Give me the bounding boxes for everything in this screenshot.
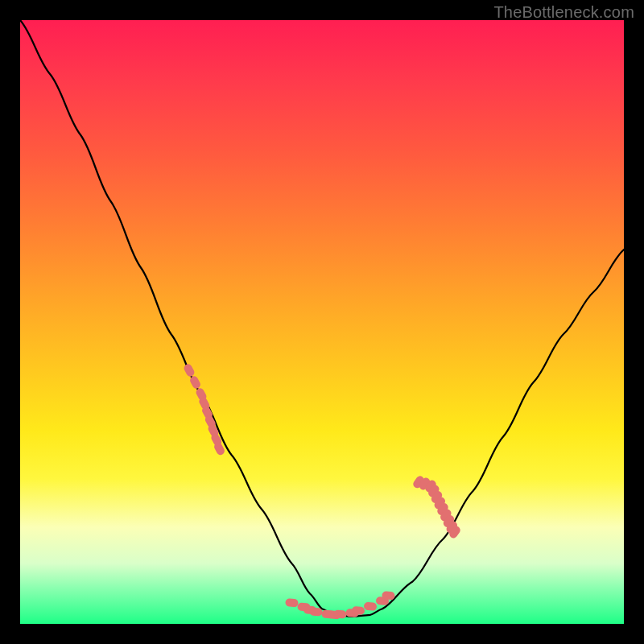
marker-cluster-right bbox=[411, 474, 461, 539]
marker-cluster-bottom bbox=[285, 591, 395, 619]
marker-cluster-left bbox=[183, 363, 226, 456]
marker-point bbox=[285, 598, 299, 607]
marker-point bbox=[183, 363, 196, 378]
curve-layer bbox=[20, 20, 624, 624]
bottleneck-curve bbox=[20, 20, 624, 617]
watermark-text: TheBottleneck.com bbox=[493, 3, 634, 22]
chart-frame: TheBottleneck.com bbox=[0, 0, 644, 644]
marker-point bbox=[364, 602, 378, 611]
plot-area bbox=[20, 20, 624, 624]
